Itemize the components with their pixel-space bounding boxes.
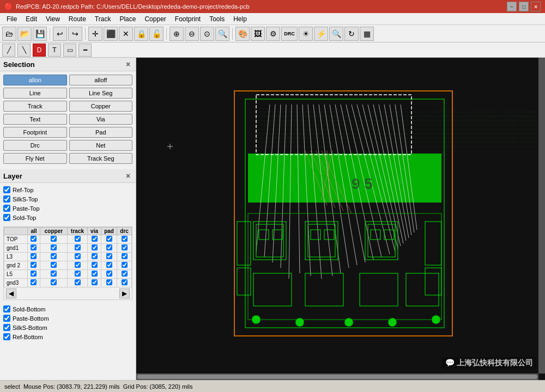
layer-cell-checkbox[interactable] [31,279,37,285]
menu-item-footprint[interactable]: Footprint [171,14,205,24]
layer-close[interactable]: × [124,171,132,180]
unlock-button[interactable]: 🔓 [149,27,164,41]
text-button[interactable]: Text [3,114,67,125]
layer-cell-checkbox[interactable] [122,236,128,242]
menu-item-file[interactable]: File [2,14,21,24]
alloff-button[interactable]: alloff [69,75,133,85]
layer-cell-checkbox[interactable] [92,279,98,285]
drc-button[interactable]: Drc [3,140,67,151]
layer-cell-checkbox[interactable] [51,236,57,242]
vertical-scrollbar[interactable] [538,58,545,373]
layer-cell-checkbox[interactable] [106,279,112,285]
move-button[interactable]: ✛ [88,27,102,41]
layer-cell-checkbox[interactable] [106,271,112,277]
layer-cell-checkbox[interactable] [122,253,128,259]
layer-img-button[interactable]: 🖼 [251,27,265,41]
layer-table-scroll[interactable]: allcoppertrackviapaddrc TOPgnd1L3gnd 2L5… [4,227,132,287]
open-button[interactable]: 📂 [17,27,32,41]
lineseg-button[interactable]: Line Seg [69,88,133,99]
zoom-fit-button[interactable]: ⊙ [200,27,214,41]
layer-checkbox[interactable] [3,195,10,203]
settings-button[interactable]: ⚙ [266,27,280,41]
text-tool-button[interactable]: T [48,44,61,57]
layer-cell-checkbox[interactable] [122,279,128,285]
scroll-right[interactable]: ▶ [119,289,130,298]
layer-checkbox[interactable] [3,186,10,193]
clipboard-button[interactable]: ▦ [360,27,374,41]
redo-button[interactable]: ↪ [68,27,82,41]
menu-item-view[interactable]: View [41,14,64,24]
layer-checkbox[interactable] [3,205,10,212]
layer-cell-checkbox[interactable] [92,253,98,259]
selection-close[interactable]: × [124,60,132,69]
menu-item-help[interactable]: Help [229,14,251,24]
layer-checkbox[interactable] [3,214,10,221]
undo-button[interactable]: ↩ [53,27,67,41]
trackseg-button[interactable]: Track Seg [69,153,133,164]
layer-bottom-checkbox[interactable] [3,324,10,331]
save-button[interactable]: 💾 [33,27,47,41]
layer-cell-checkbox[interactable] [106,262,112,268]
layer-cell-checkbox[interactable] [75,253,81,259]
new-button[interactable]: 🗁 [2,27,16,41]
diag-tool-button[interactable]: ╲ [17,44,31,57]
layer-cell-checkbox[interactable] [75,279,81,285]
layer-cell-checkbox[interactable] [31,271,37,277]
lock-button[interactable]: 🔒 [134,27,148,41]
layer-cell-checkbox[interactable] [51,262,57,268]
menu-item-place[interactable]: Place [115,14,140,24]
copper-button[interactable]: Copper [69,101,133,112]
pad-button[interactable]: Pad [69,127,133,138]
layer-cell-checkbox[interactable] [92,236,98,242]
track-button[interactable]: Track [3,101,67,112]
layer-cell-checkbox[interactable] [122,271,128,277]
layer-cell-checkbox[interactable] [75,244,81,250]
layer-cell-checkbox[interactable] [106,236,112,242]
layer-cell-checkbox[interactable] [92,244,98,250]
allon-button[interactable]: allon [3,75,67,85]
canvas-area[interactable]: ........................................… [136,58,545,380]
layer-bottom-checkbox[interactable] [3,333,10,340]
layer-cell-checkbox[interactable] [122,262,128,268]
menu-item-track[interactable]: Track [90,14,116,24]
layer-cell-checkbox[interactable] [75,271,81,277]
seg-tool-button[interactable]: ━ [78,44,92,57]
layer-cell-checkbox[interactable] [51,271,57,277]
layer-cell-checkbox[interactable] [51,253,57,259]
zoom-sel-button[interactable]: 🔍 [215,27,229,41]
layer-cell-checkbox[interactable] [51,244,57,250]
sun-button[interactable]: ☀ [299,27,313,41]
minimize-button[interactable]: − [507,2,517,11]
menu-item-tools[interactable]: Tools [205,14,229,24]
line-button[interactable]: Line [3,88,67,99]
layer-cell-checkbox[interactable] [92,262,98,268]
net-button[interactable]: Net [69,140,133,151]
select-button[interactable]: ⬛ [104,27,118,41]
drc-button[interactable]: DRC [281,27,298,41]
layer-cell-checkbox[interactable] [122,244,128,250]
zoom-out-button[interactable]: ⊖ [185,27,199,41]
menu-item-route[interactable]: Route [64,14,90,24]
layer-cell-checkbox[interactable] [75,262,81,268]
layer-cell-checkbox[interactable] [106,253,112,259]
footprint-button[interactable]: Footprint [3,127,67,138]
color-button[interactable]: 🎨 [235,27,250,41]
scroll-left[interactable]: ◀ [6,289,16,298]
rotate-button[interactable]: ↻ [344,27,359,41]
via-button[interactable]: Via [69,114,133,125]
layer-bottom-checkbox[interactable] [3,305,10,313]
hscroll-track[interactable] [137,375,537,379]
line-tool-button[interactable]: ╱ [2,44,15,57]
close-button[interactable]: ✕ [531,2,541,11]
layer-cell-checkbox[interactable] [31,236,37,242]
layer-cell-checkbox[interactable] [31,244,37,250]
layer-cell-checkbox[interactable] [92,271,98,277]
horizontal-scrollbar[interactable] [136,373,538,380]
d-tool-tool-button[interactable]: D [33,44,46,57]
layer-cell-checkbox[interactable] [75,236,81,242]
menu-item-edit[interactable]: Edit [21,14,41,24]
layer-bottom-checkbox[interactable] [3,315,10,322]
layer-cell-checkbox[interactable] [31,262,37,268]
zoom-in-button[interactable]: ⊕ [169,27,184,41]
flynet-button[interactable]: Fly Net [3,153,67,164]
